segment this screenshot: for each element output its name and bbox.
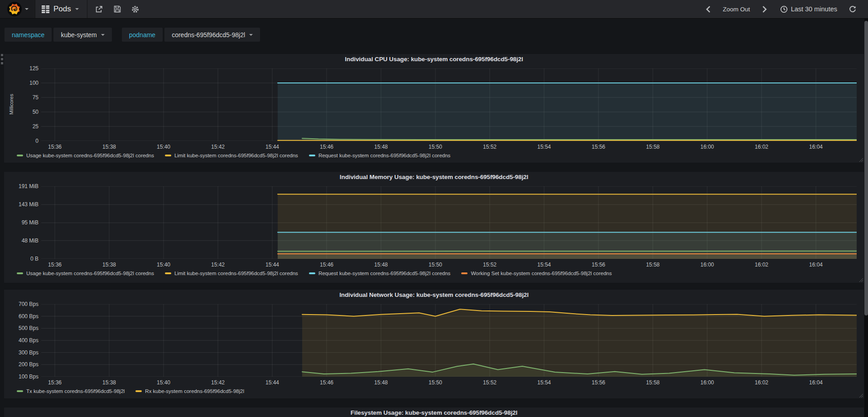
legend-item[interactable]: Request kube-system coredns-695f96dcd5-9… (309, 153, 451, 158)
legend-item[interactable]: Usage kube-system coredns-695f96dcd5-98j… (17, 271, 154, 276)
x-axis-tick-label: 15:48 (367, 144, 395, 150)
y-axis-tick-label: 50 (6, 109, 39, 115)
variable-value-namespace[interactable]: kube-system (53, 28, 111, 42)
x-axis-tick-label: 15:56 (585, 262, 612, 268)
x-axis-tick-label: 16:04 (802, 262, 829, 268)
legend-item[interactable]: Request kube-system coredns-695f96dcd5-9… (309, 271, 451, 276)
x-axis-tick-label: 15:52 (476, 262, 503, 268)
x-axis-tick-label: 15:44 (259, 144, 286, 150)
x-axis-tick-label: 16:02 (748, 144, 775, 150)
x-axis-tick-label: 15:38 (96, 262, 123, 268)
settings-gear-icon (131, 5, 139, 13)
dashboards-grid-icon (42, 5, 49, 13)
x-axis-tick-label: 15:46 (313, 379, 340, 386)
x-axis-tick-label: 15:50 (422, 262, 449, 268)
dropdown-caret-icon (249, 34, 253, 36)
network-usage-chart: 100 Bps200 Bps300 Bps400 Bps500 Bps600 B… (4, 290, 864, 398)
y-axis-tick-label: 500 Bps (6, 325, 39, 331)
legend-item[interactable]: Limit kube-system coredns-695f96dcd5-98j… (165, 153, 298, 158)
legend-series-label: Tx kube-system coredns-695f96dcd5-98j2l (26, 388, 125, 394)
panel-individual-cpu-usage: Individual CPU Usage: kube-system coredn… (4, 53, 864, 163)
x-axis-tick-label: 15:38 (96, 379, 123, 386)
variable-value-podname[interactable]: coredns-695f96dcd5-98j2l (164, 28, 260, 42)
legend-series-label: Limit kube-system coredns-695f96dcd5-98j… (174, 271, 298, 276)
variable-label-namespace: namespace (5, 28, 52, 42)
time-range-picker-button[interactable]: Last 30 minutes (775, 5, 843, 13)
y-axis-tick-label: 25 (6, 123, 39, 130)
zoom-out-button[interactable]: Zoom Out (719, 6, 755, 13)
chart-legend: Tx kube-system coredns-695f96dcd5-98j2lR… (17, 388, 244, 394)
chevron-left-icon (705, 6, 711, 13)
save-button[interactable] (108, 0, 126, 19)
plot-area[interactable] (41, 186, 857, 259)
legend-series-label: Rx kube-system coredns-695f96dcd5-98j2l (145, 388, 244, 394)
y-axis-tick-label: 200 Bps (6, 361, 39, 368)
settings-button[interactable] (126, 0, 145, 19)
legend-item[interactable]: Tx kube-system coredns-695f96dcd5-98j2l (17, 388, 125, 394)
y-axis-tick-label: 125 (6, 65, 39, 72)
y-axis-tick-label: 95 MiB (6, 219, 39, 226)
legend-series-color-icon (17, 272, 23, 274)
variable-label-podname: podname (122, 28, 163, 42)
x-axis-tick-label: 16:04 (802, 144, 829, 150)
x-axis-tick-label: 15:58 (639, 262, 666, 268)
time-range-label: Last 30 minutes (791, 5, 837, 13)
x-axis-tick-label: 15:48 (367, 262, 395, 268)
x-axis-tick-label: 16:02 (748, 262, 775, 268)
time-shift-forward-button[interactable] (756, 0, 774, 19)
y-axis-tick-label: 48 MiB (6, 238, 39, 244)
legend-series-label: Request kube-system coredns-695f96dcd5-9… (318, 271, 451, 276)
legend-item[interactable]: Working Set kube-system coredns-695f96dc… (461, 271, 612, 276)
panel-title[interactable]: Filesystem Usage: kube-system coredns-69… (4, 407, 864, 417)
dashboard-title: Pods (53, 5, 71, 14)
legend-item[interactable]: Limit kube-system coredns-695f96dcd5-98j… (165, 271, 298, 276)
time-shift-back-button[interactable] (699, 0, 718, 19)
plot-area[interactable] (41, 304, 857, 377)
variable-value-text: kube-system (61, 31, 96, 39)
y-axis-tick-label: 100 Bps (6, 373, 39, 380)
scrollbar-thumb[interactable] (864, 21, 868, 315)
x-axis-tick-label: 15:56 (585, 144, 612, 150)
y-axis-tick-label: 100 (6, 80, 39, 86)
refresh-button[interactable] (844, 0, 862, 19)
legend-series-label: Request kube-system coredns-695f96dcd5-9… (318, 153, 451, 158)
dashboard-actions (87, 0, 147, 18)
logo-dropdown-caret-icon (25, 8, 29, 10)
save-icon (114, 5, 121, 13)
y-axis-tick-label: 191 MiB (6, 183, 39, 189)
navbar: Pods Zoom Out Last 30 minute (0, 0, 868, 19)
x-axis-tick-label: 16:02 (748, 379, 775, 386)
dashboard-picker[interactable]: Pods (35, 0, 87, 18)
variable-value-text: coredns-695f96dcd5-98j2l (172, 31, 245, 39)
plot-area[interactable] (41, 68, 857, 141)
dropdown-caret-icon (101, 34, 105, 36)
x-axis-tick-label: 15:58 (639, 379, 666, 386)
x-axis-tick-label: 15:52 (476, 144, 503, 150)
grafana-menu-button[interactable] (0, 0, 35, 18)
chart-legend: Usage kube-system coredns-695f96dcd5-98j… (17, 271, 612, 276)
legend-series-color-icon (309, 155, 315, 156)
legend-series-label: Working Set kube-system coredns-695f96dc… (471, 271, 612, 276)
clock-icon (780, 5, 788, 13)
x-axis-tick-label: 16:04 (802, 379, 829, 386)
legend-series-label: Usage kube-system coredns-695f96dcd5-98j… (26, 271, 154, 276)
panel-individual-network-usage: Individual Network Usage: kube-system co… (4, 289, 864, 399)
x-axis-tick-label: 15:56 (585, 379, 612, 386)
row-drag-handle-icon[interactable] (1, 54, 3, 64)
scrollbar-track[interactable] (864, 19, 868, 417)
legend-series-color-icon (17, 390, 23, 392)
x-axis-tick-label: 16:00 (694, 379, 721, 386)
dashboard-dropdown-caret-icon (75, 8, 79, 10)
navbar-spacer (147, 0, 699, 18)
legend-series-label: Usage kube-system coredns-695f96dcd5-98j… (26, 153, 154, 158)
chevron-right-icon (762, 6, 767, 13)
legend-item[interactable]: Usage kube-system coredns-695f96dcd5-98j… (17, 153, 154, 158)
y-axis-tick-label: 0 B (6, 256, 39, 262)
share-button[interactable] (90, 0, 108, 19)
x-axis-tick-label: 15:54 (530, 262, 558, 268)
template-variable-row: namespace kube-system podname coredns-69… (5, 28, 260, 42)
variable-gap (114, 28, 120, 42)
x-axis-tick-label: 16:00 (694, 262, 721, 268)
y-axis-tick-label: 0 (6, 138, 39, 144)
legend-item[interactable]: Rx kube-system coredns-695f96dcd5-98j2l (135, 388, 244, 394)
